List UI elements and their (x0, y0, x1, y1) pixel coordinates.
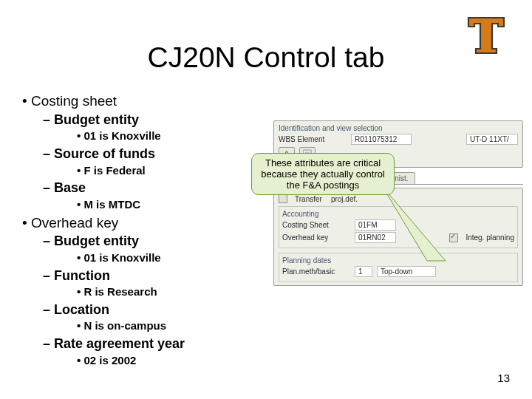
bullet-budget-entity-1: Budget entity (43, 112, 266, 129)
bullet-02-2002: 02 is 2002 (77, 354, 266, 368)
bullet-location: Location (43, 301, 266, 318)
callout-bubble: These attributes are critical because th… (251, 153, 395, 195)
bullet-01-knoxville-1: 01 is Knoxville (77, 129, 266, 143)
integ-planning-checkbox[interactable] (449, 233, 458, 242)
bullet-costing-sheet: Costing sheet (22, 92, 266, 110)
bullet-r-research: R is Research (77, 285, 266, 299)
bullet-base: Base (43, 180, 266, 197)
bullet-01-knoxville-2: 01 is Knoxville (77, 251, 266, 265)
wbs-right-value[interactable]: UT-D 11XT/ (466, 134, 518, 145)
plan-meth-num[interactable]: 1 (355, 266, 372, 277)
control-tab-body: Transfer proj.def. Accounting Costing Sh… (273, 188, 523, 286)
planning-dates-title: Planning dates (282, 256, 514, 265)
bullet-budget-entity-2: Budget entity (43, 233, 266, 250)
planning-dates-group: Planning dates Plan.meth/basic 1 Top-dow… (279, 253, 518, 282)
overhead-key-value[interactable]: 01RN02 (355, 232, 396, 243)
bullet-n-oncampus: N is on-campus (77, 319, 266, 333)
bullet-overhead-key: Overhead key (22, 214, 266, 232)
costing-sheet-label: Costing Sheet (282, 221, 350, 229)
overhead-key-label: Overhead key (282, 233, 350, 242)
plan-meth-value[interactable]: Top-down (377, 266, 436, 277)
accounting-group: Accounting Costing Sheet 01FM Overhead k… (279, 206, 518, 248)
bullet-m-mtdc: M is MTDC (77, 198, 266, 212)
wbs-label: WBS Element (279, 135, 347, 143)
slide-title: CJ20N Control tab (0, 41, 532, 74)
bullet-list: Costing sheet Budget entity 01 is Knoxvi… (22, 92, 266, 369)
page-number: 13 (497, 372, 510, 384)
transfer-checkbox[interactable] (279, 194, 287, 203)
wbs-value[interactable]: R011075312 (351, 134, 412, 145)
bullet-f-federal: F is Federal (77, 164, 266, 178)
integ-planning-label: Integ. planning (466, 233, 514, 242)
sap-panel: Identification and view selection WBS El… (273, 120, 523, 290)
transfer-label: Transfer (295, 195, 322, 203)
costing-sheet-value[interactable]: 01FM (355, 219, 396, 231)
projdef-label: proj.def. (331, 195, 358, 203)
accounting-title: Accounting (282, 210, 514, 218)
identification-title: Identification and view selection (279, 124, 518, 132)
bullet-source-of-funds: Source of funds (43, 146, 266, 163)
plan-meth-label: Plan.meth/basic (282, 267, 350, 276)
bullet-rate-agreement-year: Rate agreement year (43, 335, 266, 352)
bullet-function: Function (43, 267, 266, 284)
